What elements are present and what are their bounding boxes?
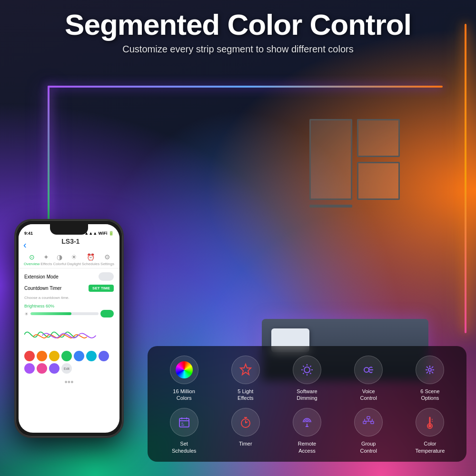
phone-tab-overview[interactable]: ⊙ Overview [24, 253, 40, 266]
feature-timer: Timer [217, 408, 274, 454]
schedules-icon [177, 415, 192, 430]
feature-icon-schedules [170, 408, 198, 436]
remote-icon [299, 415, 315, 430]
phone-tab-colorful[interactable]: ◑ Colorful [53, 253, 66, 266]
color-orange[interactable] [37, 351, 47, 361]
svg-line-12 [432, 367, 433, 368]
phone-screen: 9:41 ▲▲▲ WiFi 🔋 ‹ LS3-1 ⊙ Overview ✦ Eff… [19, 224, 119, 433]
svg-rect-43 [429, 417, 431, 424]
feature-temp: ColorTemperature [401, 408, 459, 454]
feature-icon-dimming [293, 356, 321, 384]
countdown-hint: Choose a countdown time. [24, 296, 114, 300]
color-cyan[interactable] [86, 351, 97, 361]
svg-point-0 [304, 367, 310, 373]
feature-icon-group [354, 408, 383, 436]
color-wheel-icon [176, 361, 193, 378]
phone-device-name: LS3-1 [27, 238, 115, 245]
brightness-label: Brightness 60% [24, 304, 114, 308]
phone-tabs: ⊙ Overview ✦ Effects ◑ Colorful ☀ Daylig… [23, 253, 115, 266]
feature-icon-colors [170, 356, 198, 384]
phone-content: Extension Mode Countdown Timer SET TIME … [19, 268, 119, 391]
svg-rect-32 [367, 416, 370, 419]
color-purple[interactable] [24, 363, 35, 374]
color-violet[interactable] [49, 363, 60, 374]
phone-app-header: ‹ LS3-1 ⊙ Overview ✦ Effects ◑ Colorful [19, 238, 119, 268]
picture-frame-3 [357, 162, 400, 200]
feature-icon-temp [416, 408, 444, 436]
phone: 9:41 ▲▲▲ WiFi 🔋 ‹ LS3-1 ⊙ Overview ✦ Eff… [14, 219, 124, 438]
feature-label-effects: 5 LightEffects [238, 388, 253, 402]
settings-icon: ⚙ [104, 253, 110, 261]
svg-rect-19 [179, 418, 189, 427]
extension-mode-row: Extension Mode [24, 272, 114, 281]
svg-point-10 [428, 368, 431, 371]
edit-colors-button[interactable]: Edit [61, 363, 72, 374]
color-indigo[interactable] [99, 351, 109, 361]
svg-line-14 [432, 372, 433, 373]
feature-icon-timer [231, 408, 260, 436]
feature-remote: RemoteAccess [278, 408, 336, 454]
brightness-value: 60% [46, 304, 54, 308]
feature-label-scenes: 6 SceneOptions [420, 388, 439, 402]
color-yellow[interactable] [49, 351, 60, 361]
color-pink[interactable] [37, 363, 47, 374]
picture-frame-2 [309, 119, 352, 200]
set-time-button[interactable]: SET TIME [89, 285, 114, 292]
countdown-timer-row: Countdown Timer SET TIME [24, 285, 114, 292]
feature-5-effects: 5 LightEffects [217, 356, 274, 402]
svg-line-11 [426, 367, 428, 368]
features-grid: 16 MillionColors 5 LightEffects [155, 356, 459, 454]
phone-tab-daylight[interactable]: ☀ Daylight [67, 253, 81, 266]
color-red[interactable] [24, 351, 35, 361]
dimming-icon [299, 362, 315, 377]
effects-icon: ✦ [43, 253, 49, 261]
feature-label-temp: ColorTemperature [416, 440, 445, 454]
brightness-bar[interactable] [30, 312, 99, 315]
svg-point-40 [428, 425, 431, 427]
overview-icon: ⊙ [29, 253, 35, 261]
svg-point-9 [364, 367, 369, 372]
feature-icon-scenes [416, 356, 444, 384]
brightness-toggle[interactable] [100, 310, 114, 317]
extension-mode-toggle[interactable] [99, 272, 114, 281]
svg-line-13 [426, 372, 428, 373]
features-panel: 16 MillionColors 5 LightEffects [148, 346, 466, 462]
main-title: Segmented Color Control [0, 9, 476, 41]
wave-chart [24, 320, 114, 349]
picture-frame-4 [309, 205, 352, 208]
extension-mode-label: Extension Mode [24, 274, 59, 279]
sub-title: Customize every strip segment to show di… [0, 44, 476, 55]
color-green[interactable] [61, 351, 72, 361]
svg-line-6 [310, 373, 311, 374]
color-blue[interactable] [74, 351, 84, 361]
picture-frame-1 [357, 119, 400, 157]
feature-icon-remote [293, 408, 321, 436]
brightness-control: ☀ [24, 310, 114, 317]
feature-label-timer: Timer [239, 440, 252, 447]
sun-icon: ☀ [24, 311, 29, 317]
phone-tab-settings[interactable]: ⚙ Settings [100, 253, 114, 266]
phone-tab-effects[interactable]: ✦ Effects [40, 253, 52, 266]
scenes-icon [422, 362, 437, 377]
temperature-icon [422, 415, 437, 430]
phone-tab-schedules[interactable]: ⏰ Schedules [82, 253, 99, 266]
picture-frames [309, 119, 400, 208]
feature-group: GroupControl [340, 408, 397, 454]
feature-16m-colors: 16 MillionColors [155, 356, 213, 402]
brightness-row: Brightness 60% ☀ [24, 304, 114, 317]
phone-container: 9:41 ▲▲▲ WiFi 🔋 ‹ LS3-1 ⊙ Overview ✦ Eff… [14, 219, 124, 438]
phone-time: 9:41 [24, 231, 33, 236]
header: Segmented Color Control Customize every … [0, 9, 476, 55]
feature-icon-effects [231, 356, 260, 384]
color-circles: Edit [24, 351, 114, 374]
feature-label-dimming: SoftwareDimming [297, 388, 317, 402]
feature-label-voice: VoiceControl [360, 388, 377, 402]
brightness-fill [30, 312, 71, 315]
svg-line-8 [303, 373, 304, 374]
countdown-timer-label: Countdown Timer [24, 286, 61, 291]
feature-icon-voice [354, 356, 383, 384]
star-icon [238, 362, 253, 377]
feature-dimming: SoftwareDimming [278, 356, 336, 402]
group-icon [361, 415, 376, 430]
phone-back-button[interactable]: ‹ [23, 239, 27, 250]
